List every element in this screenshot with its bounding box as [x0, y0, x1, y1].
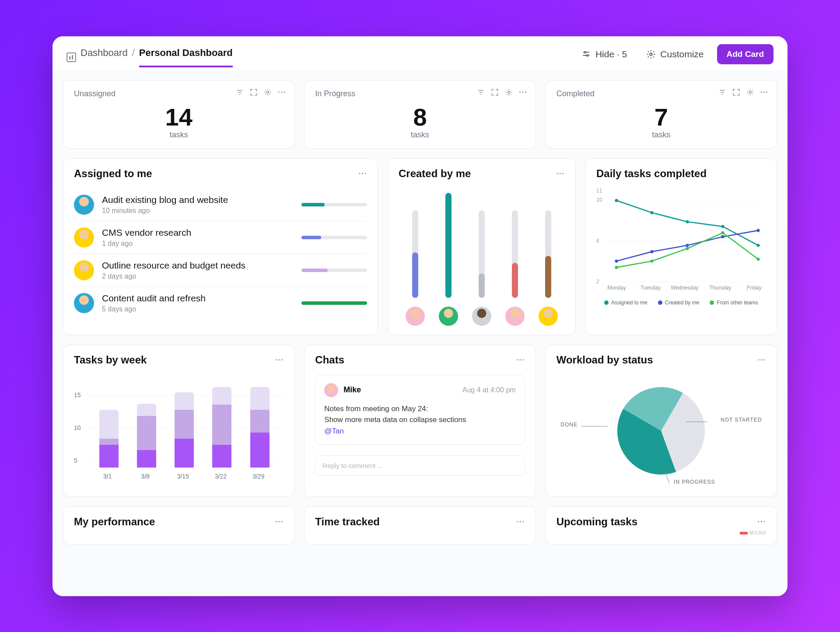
upcoming-title: Upcoming tasks: [556, 516, 637, 528]
more-icon[interactable]: ···: [760, 88, 769, 96]
stat-card-unassigned[interactable]: Unassigned ··· 14 tasks: [63, 80, 294, 149]
stat-value: 8: [315, 103, 525, 131]
perf-title: My performance: [74, 516, 155, 528]
legend-item: From other teams: [710, 300, 758, 306]
created-title: Created by me: [399, 168, 471, 180]
created-card: Created by me ···: [388, 158, 576, 335]
svg-point-21: [756, 244, 760, 247]
avatar: [74, 227, 94, 248]
perf-card[interactable]: My performance ···: [63, 506, 294, 545]
filter-icon[interactable]: [236, 88, 244, 96]
stat-value: 7: [556, 103, 766, 131]
avatar: [74, 195, 94, 215]
svg-point-27: [615, 265, 618, 269]
gear-icon[interactable]: [505, 88, 513, 96]
customize-button[interactable]: Customize: [640, 45, 710, 70]
svg-point-24: [686, 244, 689, 247]
avatar[interactable]: [505, 307, 525, 326]
tbw-title: Tasks by week: [74, 354, 147, 366]
time-card[interactable]: Time tracked ···: [304, 506, 536, 545]
progress-bar: [301, 269, 367, 272]
stat-card-completed[interactable]: Completed ··· 7 tasks: [546, 80, 777, 149]
task-meta: 2 days ago: [102, 272, 294, 280]
task-row[interactable]: CMS vendor research 1 day ago: [74, 221, 367, 254]
stat-toolbar: ···: [718, 88, 769, 96]
expand-icon[interactable]: [732, 88, 740, 96]
expand-icon[interactable]: [491, 88, 499, 96]
gear-icon[interactable]: [264, 88, 272, 96]
more-icon[interactable]: ···: [275, 518, 284, 526]
daily-title: Daily tasks completed: [596, 168, 707, 180]
task-row[interactable]: Content audit and refresh 5 days ago: [74, 286, 367, 319]
more-icon[interactable]: ···: [275, 356, 284, 364]
progress-bar: [301, 301, 367, 305]
stat-toolbar: ···: [236, 88, 286, 96]
task-title: Audit existing blog and website: [102, 195, 294, 205]
more-icon[interactable]: ···: [278, 88, 286, 96]
chat-author: Mike: [343, 385, 361, 395]
task-meta: 10 minutes ago: [102, 207, 294, 215]
stat-unit: tasks: [74, 130, 284, 140]
pie-label-inprogress: IN PROGRESS: [674, 479, 715, 485]
legend-item: Assigned to me: [604, 300, 648, 306]
more-icon[interactable]: ···: [758, 356, 766, 364]
avatar: [74, 260, 94, 280]
task-title: CMS vendor research: [102, 227, 294, 238]
avatar[interactable]: [439, 307, 458, 326]
svg-point-18: [650, 211, 653, 214]
task-title: Outline resource and budget needs: [102, 260, 294, 271]
reply-input[interactable]: Reply to comment ...: [315, 455, 525, 476]
task-row[interactable]: Audit existing blog and website 10 minut…: [74, 189, 367, 221]
svg-point-4: [650, 53, 653, 56]
dashboard-icon: [66, 52, 76, 62]
task-list: Audit existing blog and website 10 minut…: [74, 189, 367, 319]
more-icon[interactable]: ···: [758, 518, 766, 526]
pie-chart: DONE NOT STARTED IN PROGRESS: [556, 374, 766, 488]
filter-icon[interactable]: [477, 88, 485, 96]
filter-icon[interactable]: [718, 88, 726, 96]
chat-body: Notes from meeting on May 24: Show more …: [324, 403, 515, 437]
chats-card: Chats ··· Mike Aug 4 at 4:00 pm Notes fr…: [304, 345, 536, 497]
breadcrumb-sep: /: [132, 47, 135, 67]
avatar[interactable]: [539, 307, 558, 326]
svg-point-3: [587, 54, 588, 56]
chat-message[interactable]: Mike Aug 4 at 4:00 pm Notes from meeting…: [315, 375, 525, 445]
upcoming-card[interactable]: Upcoming tasks ··· MICRO: [546, 506, 777, 545]
task-row[interactable]: Outline resource and budget needs 2 days…: [74, 254, 367, 286]
mention[interactable]: @Tan: [324, 426, 515, 437]
add-card-button[interactable]: Add Card: [717, 44, 774, 64]
expand-icon[interactable]: [250, 88, 258, 96]
task-meta: 5 days ago: [102, 305, 294, 313]
breadcrumb: Dashboard / Personal Dashboard: [66, 47, 233, 67]
more-icon[interactable]: ···: [359, 170, 367, 178]
chat-time: Aug 4 at 4:00 pm: [462, 386, 516, 394]
customize-label: Customize: [660, 49, 704, 59]
breadcrumb-active[interactable]: Personal Dashboard: [139, 47, 233, 67]
avatar[interactable]: [406, 307, 425, 326]
svg-point-31: [756, 257, 760, 260]
more-icon[interactable]: ···: [516, 356, 525, 364]
svg-point-20: [721, 225, 724, 228]
hide-button[interactable]: Hide · 5: [575, 45, 633, 70]
task-meta: 1 day ago: [102, 240, 294, 248]
tasks-by-week-card: Tasks by week ··· 15 10 5: [63, 345, 294, 497]
stat-unit: tasks: [556, 130, 766, 140]
avatar[interactable]: [472, 307, 491, 326]
created-avatars: [399, 307, 565, 326]
svg-point-25: [721, 235, 724, 238]
more-icon[interactable]: ···: [556, 170, 565, 178]
pie-label-done: DONE: [560, 422, 578, 428]
app-window: Dashboard / Personal Dashboard Hide · 5 …: [52, 36, 788, 596]
svg-point-12: [508, 91, 510, 93]
breadcrumb-root[interactable]: Dashboard: [80, 47, 128, 67]
stat-card-inprogress[interactable]: In Progress ··· 8 tasks: [304, 80, 536, 149]
avatar: [324, 383, 338, 397]
created-bars: [399, 193, 565, 298]
pie-label-notstarted: NOT STARTED: [721, 417, 762, 423]
task-title: Content audit and refresh: [102, 293, 294, 304]
stat-toolbar: ···: [477, 88, 527, 96]
svg-point-19: [686, 220, 689, 223]
more-icon[interactable]: ···: [519, 88, 527, 96]
more-icon[interactable]: ···: [516, 518, 525, 526]
gear-icon[interactable]: [746, 88, 754, 96]
